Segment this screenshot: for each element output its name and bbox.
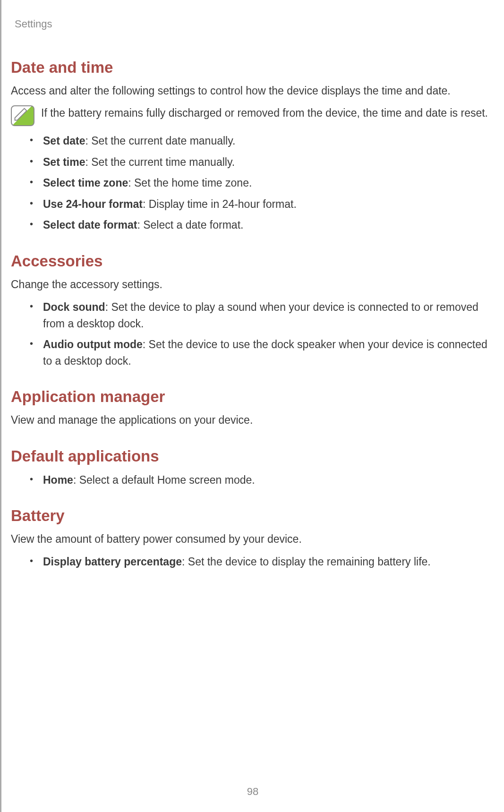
list-item-desc: : Set the current time manually. <box>85 156 235 168</box>
list-item-desc: : Select a default Home screen mode. <box>73 474 255 486</box>
list-item: Set time: Set the current time manually. <box>30 154 495 171</box>
list-item-term: Set date <box>43 135 85 147</box>
section-intro-accessories: Change the accessory settings. <box>11 277 495 292</box>
list-item: Select time zone: Set the home time zone… <box>30 175 495 191</box>
list-item: Audio output mode: Set the device to use… <box>30 336 495 369</box>
battery-list: Display battery percentage: Set the devi… <box>30 554 495 570</box>
list-item-term: Select time zone <box>43 177 128 189</box>
section-heading-battery: Battery <box>11 507 495 525</box>
page-header: Settings <box>15 18 495 30</box>
list-item-desc: : Display time in 24-hour format. <box>143 198 297 210</box>
list-item-term: Home <box>43 474 73 486</box>
section-intro-battery: View the amount of battery power consume… <box>11 531 495 547</box>
list-item-term: Display battery percentage <box>43 556 182 568</box>
list-item-desc: : Set the device to display the remainin… <box>182 556 431 568</box>
list-item-desc: : Set the home time zone. <box>128 177 252 189</box>
date-time-list: Set date: Set the current date manually.… <box>30 133 495 233</box>
accessories-list: Dock sound: Set the device to play a sou… <box>30 299 495 369</box>
section-heading-date-time: Date and time <box>11 59 495 77</box>
default-apps-list: Home: Select a default Home screen mode. <box>30 472 495 488</box>
list-item-term: Audio output mode <box>43 338 143 350</box>
list-item: Select date format: Select a date format… <box>30 217 495 233</box>
page-number: 98 <box>1 786 504 798</box>
note-icon <box>11 105 34 126</box>
list-item: Set date: Set the current date manually. <box>30 133 495 149</box>
list-item-term: Set time <box>43 156 85 168</box>
list-item: Use 24-hour format: Display time in 24-h… <box>30 196 495 213</box>
section-heading-accessories: Accessories <box>11 252 495 270</box>
list-item-desc: : Set the device to play a sound when yo… <box>43 301 478 330</box>
list-item-desc: : Set the current date manually. <box>85 135 235 147</box>
note-row: If the battery remains fully discharged … <box>11 105 495 126</box>
section-heading-default-apps: Default applications <box>11 447 495 465</box>
list-item-term: Dock sound <box>43 301 105 313</box>
section-heading-app-manager: Application manager <box>11 388 495 406</box>
list-item: Display battery percentage: Set the devi… <box>30 554 495 570</box>
list-item: Home: Select a default Home screen mode. <box>30 472 495 488</box>
section-intro-app-manager: View and manage the applications on your… <box>11 412 495 428</box>
note-text: If the battery remains fully discharged … <box>41 105 495 121</box>
list-item-term: Use 24-hour format <box>43 198 143 210</box>
section-intro-date-time: Access and alter the following settings … <box>11 83 495 99</box>
list-item-desc: : Select a date format. <box>137 219 243 231</box>
list-item-term: Select date format <box>43 219 137 231</box>
list-item: Dock sound: Set the device to play a sou… <box>30 299 495 332</box>
